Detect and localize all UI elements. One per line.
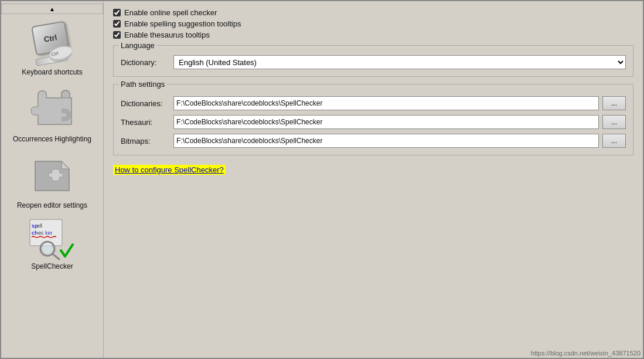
thesauri-input[interactable] (173, 115, 599, 129)
dictionary-row: Dictionary: English (United States) (121, 55, 626, 69)
dictionaries-input[interactable] (173, 96, 599, 110)
dictionary-label: Dictionary: (121, 58, 173, 67)
sidebar: ▲ Ctrl Keyboard shortcuts (1, 1, 104, 358)
thesauri-browse-button[interactable]: ... (602, 115, 626, 129)
enable-thesaurus-checkbox[interactable] (113, 31, 121, 39)
enable-spelling-suggestions-label[interactable]: Enable spelling suggestion tooltips (124, 19, 241, 28)
sidebar-item-reopen-editor[interactable]: Reopen editor settings (1, 147, 103, 214)
dictionaries-browse-button[interactable]: ... (602, 96, 626, 110)
help-link[interactable]: How to configure SpellChecker? (113, 165, 226, 175)
sidebar-item-keyboard-shortcuts-label: Keyboard shortcuts (22, 68, 82, 77)
enable-spell-checker-checkbox[interactable] (113, 9, 121, 16)
bitmaps-row: Bitmaps: ... (121, 134, 626, 148)
svg-point-10 (42, 243, 53, 254)
path-settings-title: Path settings (118, 80, 167, 89)
svg-text:ch: ch (32, 230, 38, 236)
enable-thesaurus-label[interactable]: Enable thesaurus tooltips (124, 31, 210, 39)
checkbox-row-spell-checker: Enable online spell checker (113, 8, 633, 17)
svg-text:ec: ec (38, 230, 44, 236)
checkboxes-section: Enable online spell checker Enable spell… (113, 8, 633, 39)
puzzle-icon-2-svg (29, 153, 75, 198)
keyboard-shortcuts-icon: Ctrl (29, 19, 76, 66)
checkbox-row-thesaurus: Enable thesaurus tooltips (113, 31, 633, 39)
enable-spell-checker-label[interactable]: Enable online spell checker (124, 8, 217, 17)
enable-spelling-suggestions-checkbox[interactable] (113, 20, 121, 28)
checkbox-row-spelling-suggestions: Enable spelling suggestion tooltips (113, 19, 633, 28)
sidebar-item-spellchecker-label: SpellChecker (31, 262, 73, 272)
sidebar-item-keyboard-shortcuts[interactable]: Ctrl Keyboard shortcuts (1, 14, 103, 81)
dictionaries-label: Dictionaries: (121, 99, 173, 108)
watermark: https://blog.csdn.net/weixin_43871520 (531, 350, 640, 357)
language-group: Language Dictionary: English (United Sta… (113, 45, 633, 77)
dictionaries-row: Dictionaries: ... (121, 96, 626, 110)
sidebar-item-occurrences-highlighting[interactable]: Occurrences Highlighting (1, 81, 103, 148)
bitmaps-browse-button[interactable]: ... (602, 134, 626, 148)
spellchecker-svg: sp ell ch ec ker (29, 218, 76, 260)
path-settings-group: Path settings Dictionaries: ... Thesauri… (113, 84, 633, 155)
sidebar-scroll-up[interactable]: ▲ (1, 4, 103, 14)
svg-text:ell: ell (37, 223, 42, 229)
thesauri-row: Thesauri: ... (121, 115, 626, 129)
sidebar-item-occurrences-label: Occurrences Highlighting (13, 135, 91, 144)
puzzle-icon-1-svg (29, 86, 75, 132)
bitmaps-label: Bitmaps: (121, 137, 173, 145)
svg-text:ker: ker (45, 230, 53, 236)
language-group-title: Language (118, 41, 157, 50)
main-content: Enable online spell checker Enable spell… (104, 1, 643, 358)
thesauri-label: Thesauri: (121, 118, 173, 127)
reopen-editor-icon (29, 152, 76, 199)
sidebar-item-spellchecker[interactable]: sp ell ch ec ker SpellChecker (1, 214, 103, 275)
dictionary-select[interactable]: English (United States) (173, 55, 626, 69)
sidebar-item-reopen-label: Reopen editor settings (17, 201, 87, 211)
occurrences-highlighting-icon (29, 86, 76, 133)
keyboard-icon-svg: Ctrl (29, 21, 74, 65)
svg-line-11 (53, 254, 59, 259)
bitmaps-input[interactable] (173, 134, 599, 148)
spellchecker-sidebar-icon: sp ell ch ec ker (29, 219, 76, 260)
